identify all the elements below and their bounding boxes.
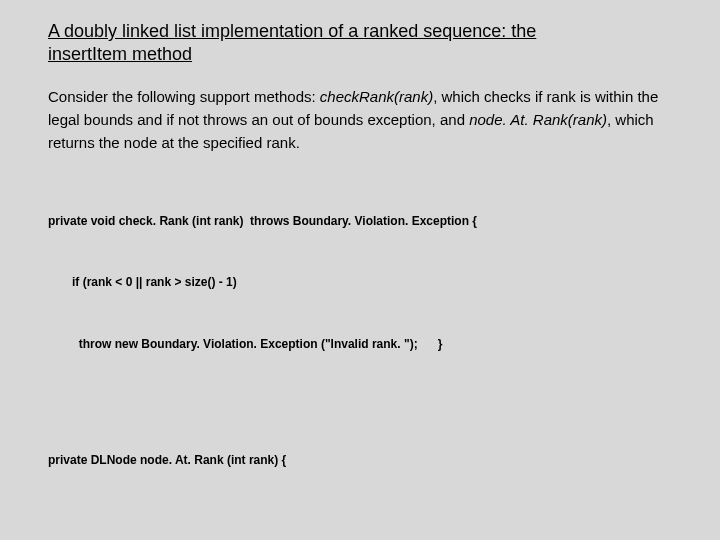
intro-italic-1: checkRank(rank) — [320, 88, 433, 105]
slide-title: A doubly linked list implementation of a… — [48, 20, 672, 67]
code-line: private void check. Rank (int rank) thro… — [48, 211, 672, 231]
intro-paragraph: Consider the following support methods: … — [48, 85, 672, 155]
code-block-checkrank: private void check. Rank (int rank) thro… — [48, 171, 672, 395]
intro-text-1: Consider the following support methods: — [48, 88, 320, 105]
title-line-1: A doubly linked list implementation of a… — [48, 21, 536, 41]
code-block-nodeatrank: private DLNode node. At. Rank (int rank)… — [48, 409, 672, 540]
code-line: throw new Boundary. Violation. Exception… — [48, 334, 672, 354]
code-line: private DLNode node. At. Rank (int rank)… — [48, 450, 672, 470]
title-line-2: insertItem method — [48, 44, 192, 64]
code-line: if (rank < 0 || rank > size() - 1) — [48, 272, 672, 292]
slide-container: A doubly linked list implementation of a… — [0, 0, 720, 540]
intro-italic-2: node. At. Rank(rank) — [469, 111, 607, 128]
